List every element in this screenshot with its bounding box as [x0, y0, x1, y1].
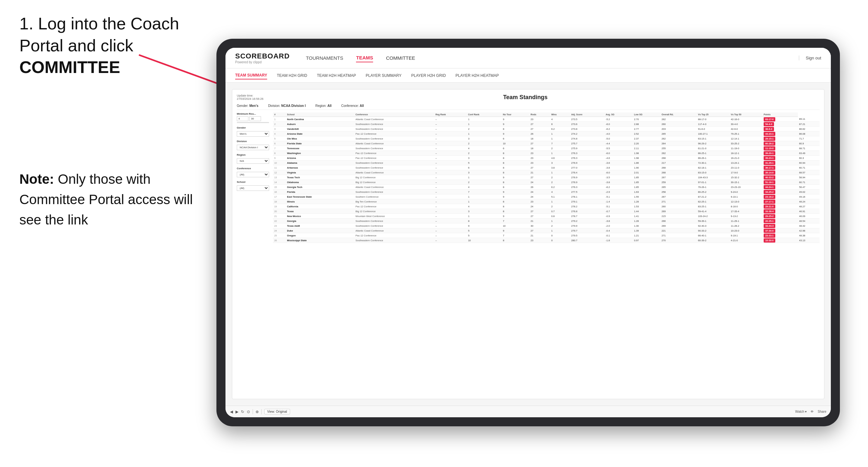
- conference-cell: Pac-12 Conference: [354, 233, 434, 238]
- rounds-slider[interactable]: [237, 122, 269, 123]
- school-cell: Florida: [286, 190, 354, 194]
- gender-select[interactable]: Men's: [237, 131, 269, 136]
- conference-filter-label: Conference: [237, 167, 269, 170]
- conference-filter-display: Conference: All: [341, 104, 364, 107]
- school-select[interactable]: (All): [237, 185, 269, 191]
- table-row: 18IllinoisBig Ten Conference–18231279.1-…: [273, 199, 819, 204]
- conference-cell: Pac-12 Conference: [354, 156, 434, 160]
- conference-cell: Atlantic Coast Conference: [354, 185, 434, 190]
- filter-gender: Gender Men's: [237, 126, 269, 136]
- share-button[interactable]: Share: [817, 410, 826, 413]
- school-cell: Ole Miss: [286, 136, 354, 141]
- points-cell: 38-6-0: [763, 127, 798, 131]
- table-row: 2AuburnSoutheastern Conference–19276273.…: [273, 122, 819, 127]
- rank-cell: 22: [273, 219, 286, 223]
- division-select[interactable]: NCAA Division I: [237, 145, 269, 150]
- rank-cell: 4: [273, 131, 286, 136]
- table-row: 26Mississippi StateSoutheastern Conferen…: [273, 238, 819, 243]
- school-cell: Virginia: [286, 170, 354, 175]
- table-area: # School Conference Reg Rank Conf Rank N…: [273, 113, 819, 394]
- school-cell: Florida State: [286, 141, 354, 146]
- filter-conference: Conference (All): [237, 167, 269, 177]
- school-filter-label: School: [237, 181, 269, 183]
- rank-cell: 5: [273, 136, 286, 141]
- points-cell: 23-33-1: [763, 233, 798, 238]
- table-row: 3VanderbiltSoutheastern Conference–28276…: [273, 127, 819, 131]
- rank-cell: 19: [273, 204, 286, 209]
- panel-title: Team Standings: [264, 94, 787, 101]
- school-cell: New Mexico: [286, 214, 354, 219]
- watch-button[interactable]: Watch ▾: [795, 410, 807, 413]
- th-school: School: [286, 113, 354, 117]
- points-cell: 34-25-2: [763, 190, 798, 194]
- nav-committee[interactable]: COMMITTEE: [386, 54, 415, 62]
- school-cell: Illinois: [286, 199, 354, 204]
- th-rank: #: [273, 113, 286, 117]
- division-filter-label: Division: [237, 140, 269, 143]
- rank-cell: 6: [273, 141, 286, 146]
- subnav-player-summary[interactable]: PLAYER SUMMARY: [366, 72, 402, 79]
- sign-out-link[interactable]: Sign out: [799, 56, 821, 60]
- nav-teams[interactable]: TEAMS: [356, 54, 373, 62]
- points-cell: 39-23-1: [763, 156, 798, 160]
- points-cell: 23-16-2: [763, 194, 798, 199]
- conference-cell: Atlantic Coast Conference: [354, 228, 434, 233]
- region-select[interactable]: N/A: [237, 158, 269, 164]
- subnav-player-h2h-grid[interactable]: PLAYER H2H GRID: [411, 72, 446, 79]
- toolbar-back-icon[interactable]: ◀: [230, 409, 233, 414]
- toolbar-zoom-icon[interactable]: ⊕: [255, 409, 259, 414]
- table-row: 4Arizona StatePac-12 Conference–19261274…: [273, 131, 819, 136]
- rank-cell: 2: [273, 122, 286, 127]
- gender-filter-display: Gender: Men's: [237, 104, 258, 107]
- toolbar-forward-icon[interactable]: ▶: [236, 409, 239, 414]
- school-cell: Georgia: [286, 219, 354, 223]
- max-rounds-input[interactable]: [249, 116, 261, 121]
- toolbar-separator: [253, 409, 253, 414]
- school-cell: Duke: [286, 228, 354, 233]
- th-rnds: Rnds: [529, 113, 550, 117]
- table-row: 25OregonPac-12 Conference–57210279.5-0.1…: [273, 233, 819, 238]
- th-low-sg: Low SG: [633, 113, 660, 117]
- conference-cell: Southeastern Conference: [354, 219, 434, 223]
- th-vs-top50: Vs Top 50: [730, 113, 763, 117]
- note-section: Note: Only those with Committee Portal a…: [20, 169, 207, 230]
- table-header-row: # School Conference Reg Rank Conf Rank N…: [273, 113, 819, 117]
- panel-header: Update time: 27/03/2024 16:56:26 Team St…: [237, 94, 819, 101]
- region-value: All: [327, 104, 332, 107]
- points-cell: 33-38-4: [763, 209, 798, 214]
- min-rounds-label: Minimum Rou...: [237, 113, 269, 115]
- subnav-player-h2h-heatmap[interactable]: PLAYER H2H HEATMAP: [456, 72, 499, 79]
- subnav-team-h2h-heatmap[interactable]: TEAM H2H HEATMAP: [317, 72, 356, 79]
- table-row: 5Ole MissSoutheastern Conference–3618127…: [273, 136, 819, 141]
- th-wins: Wins: [550, 113, 570, 117]
- toolbar-refresh-icon[interactable]: ↻: [241, 409, 244, 414]
- conference-cell: Southeastern Conference: [354, 165, 434, 170]
- points-cell: 33-44-3: [763, 223, 798, 228]
- subnav-team-summary[interactable]: TEAM SUMMARY: [235, 72, 267, 80]
- points-cell: 36-17-1: [763, 165, 798, 170]
- view-original-button[interactable]: View: Original: [264, 409, 290, 414]
- nav-tournaments[interactable]: TOURNAMENTS: [306, 54, 343, 62]
- points-cell: 54-4-0: [763, 122, 798, 127]
- table-row: 7TennesseeSoutheastern Conference–461822…: [273, 146, 819, 151]
- school-cell: Alabama: [286, 160, 354, 165]
- conference-select[interactable]: (All): [237, 172, 269, 177]
- table-row: 21New MexicoMountain West Conference–192…: [273, 214, 819, 219]
- conference-cell: Big 12 Conference: [354, 180, 434, 185]
- conference-cell: Southeastern Conference: [354, 146, 434, 151]
- school-cell: California: [286, 204, 354, 209]
- rank-cell: 14: [273, 180, 286, 185]
- school-cell: Texas Tech: [286, 175, 354, 180]
- school-cell: North Carolina: [286, 117, 354, 122]
- min-rounds-input[interactable]: [237, 116, 248, 121]
- rank-cell: 7: [273, 146, 286, 151]
- points-cell: 44-24-1: [763, 185, 798, 190]
- toolbar-right: Watch ▾ 👁 Share: [795, 410, 826, 413]
- toolbar-home-icon[interactable]: ⊙: [247, 409, 250, 414]
- conference-label: Conference:: [341, 104, 359, 107]
- subnav-team-h2h-grid[interactable]: TEAM H2H GRID: [277, 72, 307, 79]
- filter-school: School (All): [237, 181, 269, 191]
- points-cell: 10-30-0: [763, 238, 798, 243]
- points-cell: 31-29-1: [763, 160, 798, 165]
- school-cell: Washington: [286, 151, 354, 156]
